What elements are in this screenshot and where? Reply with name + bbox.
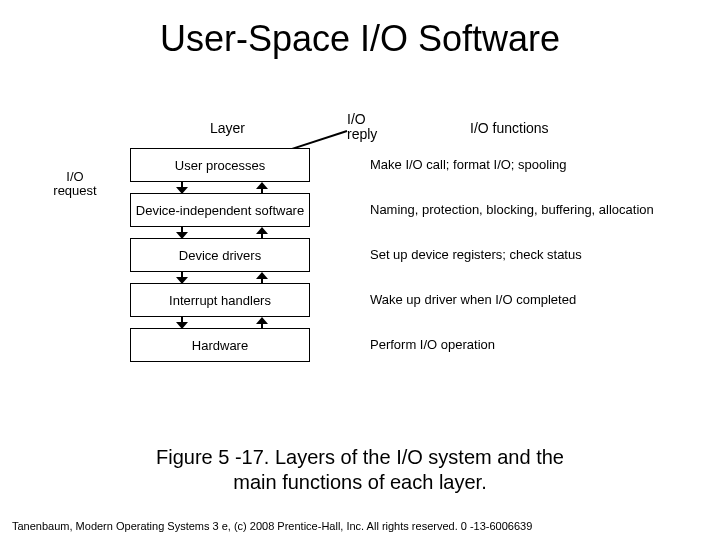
layer-func-device-drivers: Set up device registers; check status (370, 247, 660, 262)
arrow-down-icon (175, 182, 189, 194)
layer-box-user-processes: User processes (130, 148, 310, 182)
arrow-down-icon (175, 227, 189, 239)
layer-box-device-independent: Device-independent software (130, 193, 310, 227)
layer-box-hardware: Hardware (130, 328, 310, 362)
layer-box-interrupt-handlers: Interrupt handlers (130, 283, 310, 317)
layer-func-user-processes: Make I/O call; format I/O; spooling (370, 157, 660, 172)
copyright-text: Tanenbaum, Modern Operating Systems 3 e,… (12, 520, 532, 532)
header-layer: Layer (210, 120, 245, 136)
header-io-reply: I/O reply (347, 112, 387, 143)
caption-line-1: Figure 5 -17. Layers of the I/O system a… (156, 446, 564, 468)
arrow-down-icon (175, 272, 189, 284)
arrow-down-icon (175, 317, 189, 329)
header-io-functions: I/O functions (470, 120, 549, 136)
layer-func-interrupt-handlers: Wake up driver when I/O completed (370, 292, 660, 307)
layer-func-hardware: Perform I/O operation (370, 337, 660, 352)
page-title: User-Space I/O Software (0, 18, 720, 60)
layer-box-device-drivers: Device drivers (130, 238, 310, 272)
arrow-up-icon (255, 317, 269, 329)
arrow-up-icon (255, 182, 269, 194)
figure-caption: Figure 5 -17. Layers of the I/O system a… (0, 445, 720, 495)
caption-line-2: main functions of each layer. (233, 471, 486, 493)
io-request-label: I/O request (45, 170, 105, 199)
io-layers-diagram: Layer I/O reply I/O functions I/O reques… (60, 120, 660, 420)
arrow-up-icon (255, 227, 269, 239)
arrow-up-icon (255, 272, 269, 284)
layer-func-device-independent: Naming, protection, blocking, buffering,… (370, 202, 660, 217)
